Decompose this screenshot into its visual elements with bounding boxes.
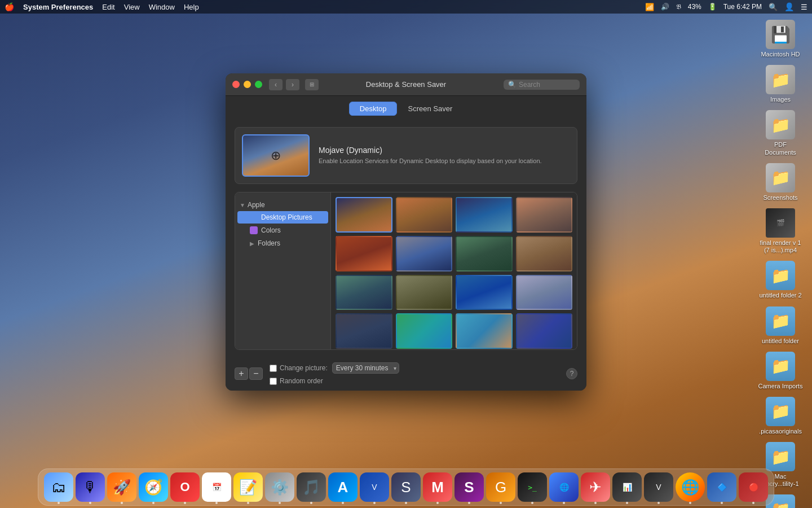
menu-view[interactable]: View <box>124 3 140 11</box>
random-order-text: Random order <box>280 377 323 385</box>
fullscreen-button[interactable] <box>255 81 262 88</box>
dock-item-opera[interactable]: O <box>170 472 200 502</box>
change-picture-checkbox[interactable] <box>270 365 277 372</box>
grid-thumb-14[interactable] <box>396 313 453 349</box>
desktop-icon-images[interactable]: 📁 Images <box>758 65 803 103</box>
grid-thumb-4[interactable] <box>516 197 573 233</box>
folders-arrow: ▶ <box>250 240 254 247</box>
interval-dropdown-wrap: Every 30 minutes <box>332 362 399 374</box>
dock-item-chrome[interactable]: 🌐 <box>676 472 705 502</box>
grid-thumb-16[interactable] <box>516 313 573 349</box>
search-input[interactable] <box>519 81 575 89</box>
dock-item-misc1[interactable]: 🔷 <box>707 472 736 502</box>
desktop-icon-untitled[interactable]: 📁 untitled folder <box>758 306 803 345</box>
main-panel: ▼ Apple Desktop Pictures Colors ▶ Folder… <box>235 192 577 350</box>
images-folder-label: Images <box>770 96 791 103</box>
menu-edit[interactable]: Edit <box>102 3 114 11</box>
grid-thumb-3[interactable] <box>456 197 513 233</box>
apple-menu[interactable]: 🍎 <box>5 2 14 11</box>
dock-item-activity[interactable]: 📊 <box>612 472 642 502</box>
grid-thumb-15[interactable] <box>456 313 513 349</box>
desktop-icon-video[interactable]: 🎬 final render v 1 (7 is...).mp4 <box>758 208 803 254</box>
dock-item-siri[interactable]: 🎙 <box>76 472 105 502</box>
add-folder-button[interactable]: + <box>235 367 248 380</box>
sidebar-group-apple-header[interactable]: ▼ Apple <box>235 199 330 211</box>
grid-thumb-6[interactable] <box>396 236 453 271</box>
grid-thumb-5[interactable] <box>336 236 392 271</box>
untitled-folder-label: untitled folder <box>762 338 799 345</box>
forward-button[interactable]: › <box>286 79 299 90</box>
dock-item-appstore[interactable]: A <box>328 472 358 502</box>
dock-item-music[interactable]: 🎵 <box>297 472 326 502</box>
list-icon[interactable]: ☰ <box>801 3 807 11</box>
dock: 🗂 🎙 🚀 🧭 O 📅 📝 ⚙️ 🎵 A V S M S G >_ 🌐 ✈ 📊 … <box>38 468 774 506</box>
battery-icon: 🔋 <box>708 3 717 11</box>
grid-thumb-9[interactable] <box>336 275 392 310</box>
dock-item-vectorize[interactable]: V <box>644 472 673 502</box>
grid-thumb-7[interactable] <box>456 236 513 271</box>
dock-item-safari[interactable]: 🧭 <box>139 472 168 502</box>
sidebar-item-folders[interactable]: ▶ Folders <box>237 237 328 249</box>
dock-item-terminal[interactable]: >_ <box>518 472 547 502</box>
grid-thumb-12[interactable] <box>516 275 573 310</box>
desktop-icon-screenshots[interactable]: 📁 Screenshots <box>758 163 803 202</box>
dock-item-misc2[interactable]: 🔴 <box>739 472 768 502</box>
grid-thumb-11[interactable] <box>456 275 513 310</box>
desktop-icon-pdf[interactable]: 📁 PDF Documents <box>758 110 803 156</box>
back-button[interactable]: ‹ <box>269 79 283 90</box>
battery-indicator: 43% <box>688 3 701 11</box>
help-button[interactable]: ? <box>566 368 577 379</box>
dock-item-notes[interactable]: 📝 <box>233 472 263 502</box>
grid-thumb-10[interactable] <box>396 275 453 310</box>
dock-item-syspref[interactable]: ⚙️ <box>265 472 294 502</box>
macintosh-hd-label: Macintosh HD <box>761 51 800 58</box>
dock-item-slack[interactable]: S <box>454 472 484 502</box>
grid-thumb-13[interactable] <box>336 313 392 349</box>
dock-item-airmail[interactable]: ✈ <box>581 472 610 502</box>
video-file-label: final render v 1 (7 is...).mp4 <box>758 239 803 254</box>
dock-item-virtualbox[interactable]: V <box>360 472 389 502</box>
search-menu-icon[interactable]: 🔍 <box>769 3 778 11</box>
random-order-checkbox[interactable] <box>270 378 277 385</box>
grid-view-button[interactable]: ⊞ <box>305 79 319 90</box>
grid-thumb-1[interactable] <box>336 197 392 233</box>
tab-screensaver[interactable]: Screen Saver <box>397 102 463 116</box>
volume-icon[interactable]: 🔊 <box>661 3 669 11</box>
app-name[interactable]: System Preferences <box>23 3 93 11</box>
grid-thumb-2[interactable] <box>396 197 453 233</box>
dock-item-chrome-alt[interactable]: 🌐 <box>549 472 579 502</box>
dock-item-launchpad[interactable]: 🚀 <box>107 472 136 502</box>
dock-item-finder[interactable]: 🗂 <box>44 472 73 502</box>
desktop-screensaver-window: ‹ › ⊞ Desktop & Screen Saver 🔍 Desktop S… <box>226 73 586 391</box>
colors-icon <box>250 226 258 234</box>
menu-help[interactable]: Help <box>184 3 199 11</box>
menu-window[interactable]: Window <box>149 3 175 11</box>
grid-thumb-8[interactable] <box>516 236 573 271</box>
sidebar-item-colors[interactable]: Colors <box>237 224 328 237</box>
sidebar-item-desktop-pictures[interactable]: Desktop Pictures <box>237 211 328 224</box>
desktop-icon-camera[interactable]: 📁 Camera Imports <box>758 352 803 390</box>
bluetooth-icon[interactable]: 𝔅 <box>676 3 681 11</box>
dock-item-calendar[interactable]: 📅 <box>202 472 231 502</box>
minimize-button[interactable] <box>244 81 251 88</box>
interval-dropdown[interactable]: Every 30 minutes <box>332 362 399 374</box>
user-icon[interactable]: 👤 <box>784 2 794 11</box>
dock-item-smartgit[interactable]: G <box>486 472 515 502</box>
dock-item-sequel[interactable]: S <box>391 472 421 502</box>
camera-imports-label: Camera Imports <box>758 383 803 390</box>
desktop-icon-macintosh-hd[interactable]: 💾 Macintosh HD <box>758 20 803 58</box>
desktop-icon-untitled-2[interactable]: 📁 untitled folder 2 <box>758 261 803 299</box>
untitled-folder-2-icon: 📁 <box>766 261 795 290</box>
wifi-icon[interactable]: 📶 <box>645 3 654 11</box>
video-file-icon: 🎬 <box>766 208 795 238</box>
window-content: ⊕ Mojave (Dynamic) Enable Location Servi… <box>226 120 586 357</box>
random-order-label[interactable]: Random order <box>270 377 323 385</box>
remove-folder-button[interactable]: − <box>249 367 263 380</box>
dock-item-gmail[interactable]: M <box>423 472 452 502</box>
change-picture-label[interactable]: Change picture: <box>270 364 328 372</box>
traffic-lights <box>232 81 262 88</box>
search-bar[interactable]: 🔍 <box>504 80 580 90</box>
close-button[interactable] <box>232 81 240 88</box>
tab-desktop[interactable]: Desktop <box>349 102 398 116</box>
desktop-icon-picasa[interactable]: 📁 .picasaoriginals <box>758 397 803 435</box>
